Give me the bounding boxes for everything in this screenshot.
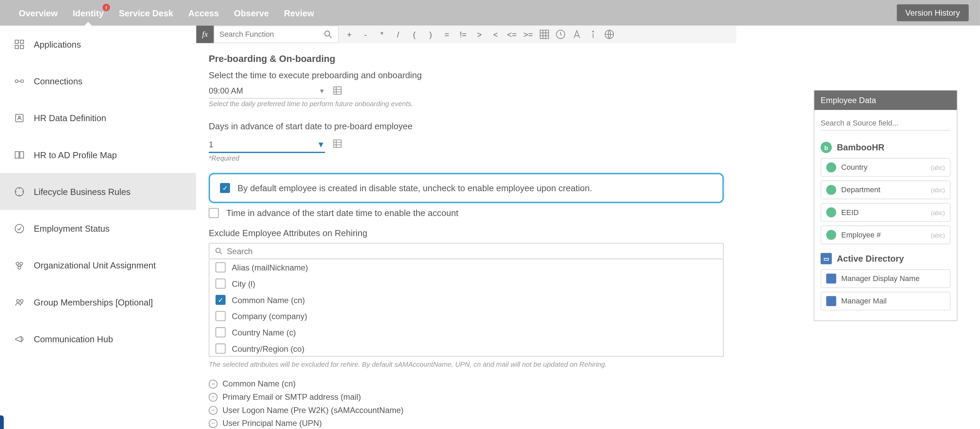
employee-data-panel: Employee Data b BambooHR Country(abc) De… — [813, 90, 957, 321]
globe-tool-icon[interactable] — [601, 25, 617, 43]
op-lparen[interactable]: ( — [406, 25, 422, 43]
op-mult[interactable]: * — [374, 25, 390, 43]
svg-point-4 — [15, 79, 18, 82]
tab-access[interactable]: Access — [181, 0, 226, 25]
svg-point-14 — [18, 266, 21, 269]
disable-checkbox[interactable] — [220, 183, 230, 193]
source-search-input[interactable] — [821, 116, 951, 130]
attr-list[interactable]: Alias (mailNickname) City (l) Common Nam… — [208, 259, 724, 356]
op-neq[interactable]: != — [455, 25, 471, 43]
function-search[interactable] — [214, 25, 339, 43]
panel-title: Employee Data — [814, 91, 957, 110]
attr-search-input[interactable] — [227, 246, 718, 256]
field-employee-num[interactable]: Employee #(abc) — [821, 226, 951, 244]
attr-row[interactable]: Country/Region (co) — [209, 340, 723, 357]
sidebar-item-hr-ad-map[interactable]: HR to AD Profile Map — [0, 136, 196, 173]
tab-overview[interactable]: Overview — [11, 0, 65, 25]
attr-checkbox[interactable] — [215, 343, 225, 353]
attr-label: Country/Region (co) — [232, 344, 305, 353]
op-gte[interactable]: >= — [520, 25, 536, 43]
sidebar-item-connections[interactable]: Connections — [0, 63, 196, 99]
megaphone-icon — [14, 334, 25, 345]
attr-label: Common Name (cn) — [232, 295, 305, 305]
remove-icon[interactable]: − — [208, 379, 218, 388]
svg-rect-3 — [21, 45, 24, 48]
op-minus[interactable]: - — [357, 25, 374, 43]
field-icon — [826, 185, 836, 195]
days-select[interactable]: 1 ▼ — [208, 137, 325, 153]
field-country[interactable]: Country(abc) — [821, 158, 951, 177]
table-icon[interactable] — [332, 138, 344, 150]
attr-checkbox[interactable] — [215, 295, 225, 305]
source-bamboohr[interactable]: b BambooHR — [821, 142, 951, 153]
attr-row[interactable]: Common Name (cn) — [209, 292, 723, 308]
info-tool-icon[interactable] — [585, 25, 601, 43]
caret-down-icon: ▼ — [319, 87, 325, 94]
remove-icon[interactable]: − — [208, 392, 218, 402]
attr-checkbox[interactable] — [215, 311, 225, 321]
svg-point-12 — [16, 262, 19, 265]
field-label: EEID — [841, 208, 859, 217]
tab-identity[interactable]: Identity ! — [65, 0, 111, 25]
remove-icon[interactable]: − — [208, 405, 218, 415]
attr-search[interactable] — [208, 243, 724, 259]
time-advance-checkbox[interactable] — [208, 208, 218, 218]
source-ad[interactable]: ▭ Active Directory — [821, 253, 951, 264]
time-value: 09:00 AM — [208, 86, 243, 95]
attr-checkbox[interactable] — [215, 327, 225, 337]
attr-label: Company (company) — [232, 311, 307, 321]
table-tool-icon[interactable] — [536, 25, 552, 43]
op-lte[interactable]: <= — [504, 25, 520, 43]
sidebar-item-label: Lifecycle Business Rules — [34, 186, 130, 196]
field-mgr-mail[interactable]: Manager Mail — [821, 292, 951, 310]
sidebar-item-lifecycle[interactable]: Lifecycle Business Rules — [0, 173, 196, 210]
remove-icon[interactable]: − — [208, 419, 218, 427]
field-icon — [826, 230, 836, 240]
time-advance-label: Time in advance of the start date time t… — [226, 208, 458, 218]
op-lt[interactable]: < — [487, 25, 504, 43]
field-label: Manager Mail — [841, 297, 886, 305]
bamboohr-icon: b — [821, 142, 832, 153]
attr-row[interactable]: Country Name (c) — [209, 324, 723, 340]
table-icon[interactable] — [332, 86, 344, 97]
sidebar-item-label: Connections — [34, 76, 83, 86]
attr-checkbox[interactable] — [215, 279, 225, 289]
tab-review[interactable]: Review — [277, 0, 322, 25]
excluded-label: Primary Email or SMTP address (mail) — [223, 392, 361, 402]
version-history-button[interactable]: Version History — [897, 5, 969, 21]
sidebar-item-hr-data[interactable]: HR Data Definition — [0, 99, 196, 136]
op-div[interactable]: / — [390, 25, 406, 43]
sidebar-item-ou[interactable]: Organizational Unit Assignment — [0, 247, 196, 283]
field-eeid[interactable]: EEID(abc) — [821, 203, 951, 222]
op-gt[interactable]: > — [471, 25, 487, 43]
tab-observe[interactable]: Observe — [226, 0, 277, 25]
sidebar-item-emp-status[interactable]: Employment Status — [0, 210, 196, 247]
attr-row[interactable]: Company (company) — [209, 308, 723, 324]
time-select[interactable]: 09:00 AM ▼ — [208, 84, 325, 99]
fx-icon[interactable]: fx — [196, 25, 214, 43]
attr-label: Alias (mailNickname) — [232, 263, 308, 272]
op-eq[interactable]: = — [439, 25, 455, 43]
font-tool-icon[interactable] — [569, 25, 585, 43]
svg-rect-22 — [334, 87, 341, 94]
sidebar-item-applications[interactable]: Applications — [0, 25, 196, 62]
attr-checkbox[interactable] — [215, 262, 225, 272]
caret-down-icon: ▼ — [317, 140, 325, 149]
function-search-input[interactable] — [219, 30, 323, 39]
sidebar-item-comm[interactable]: Communication Hub — [0, 321, 196, 357]
svg-point-24 — [216, 248, 220, 253]
source-name: BambooHR — [837, 143, 885, 153]
svg-point-7 — [18, 116, 21, 118]
sidebar-item-groups[interactable]: Group Memberships [Optional] — [0, 284, 196, 321]
field-label: Department — [841, 186, 880, 194]
attr-row[interactable]: Alias (mailNickname) — [209, 259, 723, 276]
field-department[interactable]: Department(abc) — [821, 181, 951, 199]
tab-service-desk[interactable]: Service Desk — [111, 0, 181, 25]
attr-row[interactable]: City (l) — [209, 276, 723, 292]
svg-point-15 — [17, 299, 19, 302]
op-rparen[interactable]: ) — [422, 25, 439, 43]
field-mgr-display[interactable]: Manager Display Name — [821, 269, 951, 288]
svg-point-20 — [593, 31, 593, 32]
op-plus[interactable]: + — [341, 25, 357, 43]
clock-tool-icon[interactable] — [552, 25, 569, 43]
